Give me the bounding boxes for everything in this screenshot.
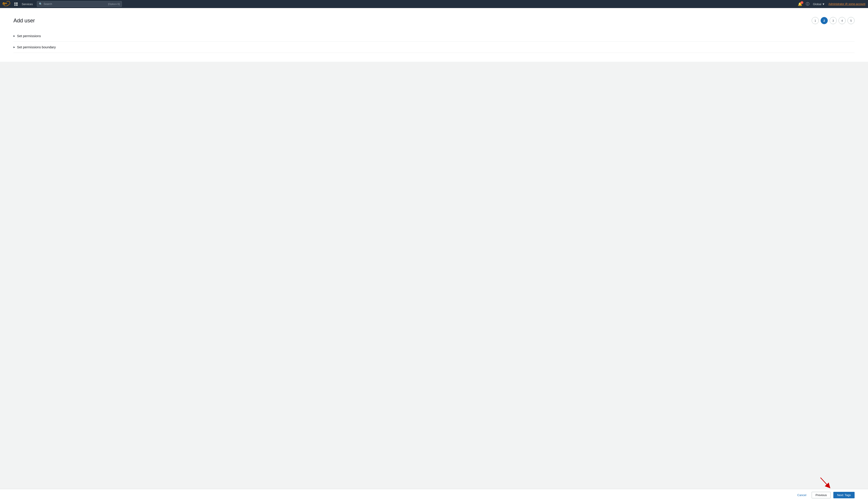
region-button[interactable]: Global ▼ [813,2,825,6]
step-1[interactable]: 1 [812,17,819,24]
search-shortcut: [Option+S] [108,3,120,6]
set-permissions-boundary-section: ▶ Set permissions boundary [13,42,855,53]
services-button[interactable]: Services [20,2,34,6]
set-permissions-header[interactable]: ▶ Set permissions [13,34,855,38]
svg-text:aws: aws [3,2,7,4]
set-permissions-boundary-chevron: ▶ [13,46,15,48]
top-navbar: aws Services 🔍 [Option+S] 🔔 0 ⓘ Global ▼… [0,0,868,8]
search-input[interactable] [44,2,107,6]
annotation-arrow [819,476,832,489]
set-permissions-title: Set permissions [17,34,41,38]
page-header: Add user 1 2 3 4 5 [13,17,855,24]
set-permissions-section: ▶ Set permissions [13,30,855,42]
notifications-button[interactable]: 🔔 0 [798,2,802,6]
page-title: Add user [13,18,35,24]
account-label: Administrator @ some-account [828,2,865,6]
aws-logo: aws [3,1,11,7]
svg-line-2 [821,478,829,487]
previous-button[interactable]: Previous [812,492,831,498]
step-indicators: 1 2 3 4 5 [812,17,855,24]
nav-right-group: 🔔 0 ⓘ Global ▼ Administrator @ some-acco… [798,2,865,7]
set-permissions-chevron: ▶ [13,35,15,37]
step-4[interactable]: 4 [838,17,846,24]
search-icon: 🔍 [39,2,42,6]
region-label: Global [813,2,822,6]
help-button[interactable]: ⓘ [806,2,810,7]
search-container: 🔍 [Option+S] [37,1,122,7]
set-permissions-boundary-header[interactable]: ▶ Set permissions boundary [13,45,855,49]
step-5[interactable]: 5 [847,17,855,24]
services-label: Services [22,2,33,6]
step-3[interactable]: 3 [829,17,837,24]
help-icon: ⓘ [806,2,810,7]
next-tags-button[interactable]: Next: Tags [833,492,855,498]
bottom-bar: Cancel Previous Next: Tags [0,489,868,501]
notification-badge: 0 [801,1,803,4]
cancel-button[interactable]: Cancel [795,492,809,498]
services-grid-icon [14,2,18,6]
main-content: Add user 1 2 3 4 5 [0,8,868,62]
step-2[interactable]: 2 [821,17,828,24]
chevron-down-icon: ▼ [822,2,825,6]
set-permissions-boundary-title: Set permissions boundary [17,45,56,49]
